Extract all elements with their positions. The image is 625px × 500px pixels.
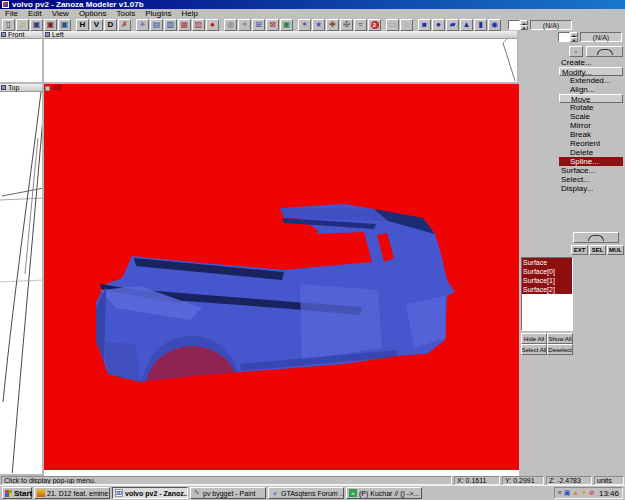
duplicate-icon[interactable]: ▣ — [280, 19, 293, 31]
viewport-left-header[interactable]: Left — [44, 31, 517, 39]
curve-select-button[interactable] — [573, 232, 619, 243]
view-cube-top-icon[interactable]: ▦ — [178, 19, 191, 31]
tray-blocked-icon[interactable]: ⊘ — [589, 489, 595, 497]
cmd-mirror[interactable]: Mirror — [559, 121, 623, 130]
primitive-torus-icon[interactable]: ◉ — [488, 19, 501, 31]
tray-app-icon[interactable]: ▲ — [572, 489, 579, 497]
cmd-surface[interactable]: Surface... — [559, 166, 623, 175]
deselect-button[interactable]: Deselect — [547, 344, 573, 355]
primitive-sphere-icon[interactable]: ● — [432, 19, 445, 31]
viewport-left-canvas[interactable] — [44, 39, 517, 81]
menu-tools[interactable]: Tools — [111, 9, 140, 18]
cmd-align[interactable]: Align... — [559, 85, 623, 94]
surface-list-item[interactable]: Surface[2] — [522, 285, 572, 294]
viewport-front[interactable]: Front — [0, 31, 44, 84]
create-star-icon[interactable]: ★ — [312, 19, 325, 31]
cmd-break[interactable]: Break — [559, 130, 623, 139]
tray-display-icon[interactable]: ▣ — [564, 489, 571, 497]
hide-all-button[interactable]: Hide All — [521, 333, 547, 344]
title-bar[interactable]: volvo pv2 - Zanoza Modeler v1.07b — [0, 0, 625, 9]
cmd-extended[interactable]: Extended... — [559, 76, 623, 85]
cmd-display[interactable]: Display... — [559, 184, 623, 193]
cmd-select[interactable]: Select... — [559, 175, 623, 184]
cmd-create[interactable]: Create... — [559, 58, 623, 67]
tray-messenger-icon[interactable]: ✦ — [581, 489, 587, 497]
zoom-tool-icon[interactable]: ◎ — [224, 19, 237, 31]
uv-mapper-icon[interactable]: 2 — [368, 19, 381, 31]
viewport-top-header[interactable]: Top — [0, 84, 42, 92]
task-browser[interactable]: eGTAsqtens Forum ... — [268, 487, 344, 499]
render-sphere-icon[interactable]: ● — [206, 19, 219, 31]
menu-plugins[interactable]: Plugins — [140, 9, 176, 18]
save-icon[interactable]: ▣ — [30, 19, 43, 31]
viewport-3d-header[interactable]: 3D — [44, 84, 519, 92]
cmd-move[interactable]: Move — [559, 94, 623, 103]
spinner-field[interactable] — [508, 20, 520, 30]
select-all-button[interactable]: Select All — [521, 344, 547, 355]
menu-options[interactable]: Options — [74, 9, 112, 18]
toggle-h-button[interactable]: H — [76, 19, 89, 31]
primitive-cylinder-icon[interactable]: ▮ — [474, 19, 487, 31]
task-zmodeler[interactable]: 3Dvolvo pv2 - Zanoz... — [112, 487, 188, 499]
new-file-icon[interactable]: ▯ — [2, 19, 15, 31]
open-folder-icon[interactable]: ▱ — [16, 19, 29, 31]
bend-tool-icon[interactable]: ≈ — [354, 19, 367, 31]
delete-object-icon[interactable]: ⊠ — [266, 19, 279, 31]
menu-edit[interactable]: Edit — [23, 9, 47, 18]
toggle-d-button[interactable]: D — [104, 19, 117, 31]
menu-help[interactable]: Help — [176, 9, 202, 18]
viewport-front-canvas[interactable] — [0, 39, 42, 81]
spinner-arrows[interactable]: ▲▼ — [520, 20, 528, 30]
surface-list-item[interactable]: Surface — [522, 258, 572, 267]
sidebar-spinner[interactable]: ▲▼ — [558, 32, 578, 42]
task-winamp[interactable]: 21. D12 feat. emine... — [34, 487, 110, 499]
menu-view[interactable]: View — [47, 9, 74, 18]
primitive-cube-icon[interactable]: ■ — [418, 19, 431, 31]
transform-icon[interactable]: ✚ — [326, 19, 339, 31]
mode-ext-button[interactable]: EXT — [571, 245, 588, 255]
cmd-delete[interactable]: Delete — [559, 148, 623, 157]
arc-mode-button[interactable] — [586, 46, 623, 57]
object-cube-icon[interactable]: ⊞ — [252, 19, 265, 31]
view-cube-front-icon[interactable]: ▤ — [150, 19, 163, 31]
cmd-spline[interactable]: Spline... — [559, 157, 623, 166]
show-all-button[interactable]: Show All — [547, 333, 573, 344]
task-chat[interactable]: »(P) Kuchar // () ->... — [346, 487, 422, 499]
spinner-field[interactable] — [558, 32, 570, 42]
pick-tool-icon[interactable]: ✦ — [238, 19, 251, 31]
viewport-3d[interactable]: 3D — [44, 84, 519, 470]
toggle-v-button[interactable]: V — [90, 19, 103, 31]
cmd-reorient[interactable]: Reorient — [559, 139, 623, 148]
surface-list-item[interactable]: Surface[0] — [522, 267, 572, 276]
mode-mul-button[interactable]: MUL — [607, 245, 624, 255]
surface-list-item[interactable]: Surface[1] — [522, 276, 572, 285]
primitive-box-icon[interactable]: ▰ — [446, 19, 459, 31]
cmd-scale[interactable]: Scale — [559, 112, 623, 121]
square-mode-button[interactable]: ▫ — [569, 46, 583, 57]
view-cube-side-icon[interactable]: ▥ — [164, 19, 177, 31]
viewport-3d-canvas[interactable] — [44, 92, 519, 469]
viewport-left[interactable]: Left — [44, 31, 519, 84]
view-cube-persp-icon[interactable]: ▧ — [192, 19, 205, 31]
task-paint[interactable]: ✎pv bygget - Paint — [190, 487, 266, 499]
snap-toggle-icon[interactable]: ✗ — [118, 19, 131, 31]
viewport-front-header[interactable]: Front — [0, 31, 42, 39]
start-button[interactable]: Start — [2, 487, 32, 499]
wireframe-mode-icon[interactable]: ✳ — [136, 19, 149, 31]
export-icon[interactable]: ▣ — [58, 19, 71, 31]
tray-collapse-icon[interactable]: « — [558, 489, 562, 497]
menu-file[interactable]: File — [0, 9, 23, 18]
modify-star-icon[interactable]: ✶ — [298, 19, 311, 31]
spinner-arrows[interactable]: ▲▼ — [570, 32, 578, 42]
mode-sel-button[interactable]: SEL — [589, 245, 606, 255]
import-icon[interactable]: ▣ — [44, 19, 57, 31]
cmd-rotate[interactable]: Rotate — [559, 103, 623, 112]
cmd-modify[interactable]: Modify... — [559, 67, 623, 76]
surface-list[interactable]: SurfaceSurface[0]Surface[1]Surface[2] — [521, 257, 573, 331]
viewport-top[interactable]: Top — [0, 84, 44, 476]
primitive-cone-icon[interactable]: ▲ — [460, 19, 473, 31]
toolbar-spinner[interactable]: ▲▼ — [508, 20, 528, 30]
viewport-top-canvas[interactable] — [0, 92, 42, 473]
car-model[interactable] — [44, 92, 519, 469]
axes-icon[interactable]: ✠ — [340, 19, 353, 31]
